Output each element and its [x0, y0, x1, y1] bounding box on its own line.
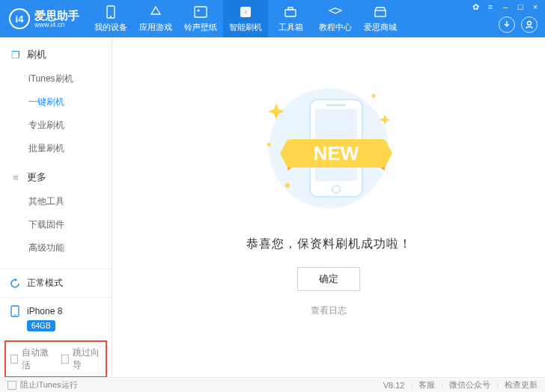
wechat-link[interactable]: 微信公众号 — [449, 379, 490, 391]
app-logo: i4 爱思助手 www.i4.cn — [0, 8, 88, 29]
group-title: 更多 — [27, 171, 46, 184]
svg-point-15 — [372, 94, 376, 98]
svg-point-8 — [528, 22, 532, 25]
store-icon — [374, 5, 387, 19]
checkbox-icon — [7, 381, 16, 390]
view-log-link[interactable]: 查看日志 — [311, 304, 347, 317]
maximize-icon[interactable]: □ — [515, 2, 526, 12]
tab-label: 工具箱 — [278, 22, 303, 33]
sidebar-item-itunes-flash[interactable]: iTunes刷机 — [0, 67, 112, 91]
version-label: V8.12 — [383, 381, 405, 390]
device-icon — [9, 305, 21, 317]
tab-label: 爱思商城 — [364, 22, 397, 33]
phone-icon — [104, 5, 118, 19]
svg-rect-6 — [288, 7, 293, 10]
app-header: i4 爱思助手 www.i4.cn 我的设备 应用游戏 铃声壁纸 智能刷机 工具… — [0, 0, 545, 37]
tab-label: 智能刷机 — [229, 22, 262, 33]
graduation-icon — [329, 5, 342, 19]
tab-toolbox[interactable]: 工具箱 — [268, 0, 313, 37]
activation-options: 自动激活 跳过向导 — [4, 340, 107, 378]
tab-label: 我的设备 — [94, 22, 127, 33]
svg-point-1 — [110, 16, 112, 17]
menu-icon[interactable]: ≡ — [485, 2, 496, 12]
sidebar-item-other-tools[interactable]: 其他工具 — [0, 190, 112, 213]
tab-store[interactable]: 爱思商城 — [358, 0, 403, 37]
device-name: iPhone 8 — [27, 306, 62, 316]
header-actions — [499, 16, 538, 33]
svg-rect-4 — [240, 7, 251, 17]
device-panel[interactable]: iPhone 8 64GB — [0, 297, 112, 339]
window-controls: ✿ ≡ – □ × — [470, 2, 541, 12]
mode-label: 正常模式 — [27, 277, 63, 290]
sidebar-item-advanced[interactable]: 高级功能 — [0, 236, 112, 260]
tab-label: 铃声壁纸 — [184, 22, 217, 33]
mode-panel[interactable]: 正常模式 — [0, 269, 112, 297]
skip-wizard-checkbox[interactable]: 跳过向导 — [61, 346, 102, 372]
svg-point-3 — [198, 9, 200, 11]
main-content: NEW 恭喜您，保资料刷机成功啦！ 确定 查看日志 — [112, 37, 545, 377]
app-url: www.i4.cn — [34, 21, 79, 28]
sidebar-item-pro-flash[interactable]: 专业刷机 — [0, 114, 112, 137]
check-update-link[interactable]: 检查更新 — [505, 379, 538, 391]
settings-icon[interactable]: ✿ — [470, 2, 481, 12]
success-message: 恭喜您，保资料刷机成功啦！ — [246, 236, 412, 252]
tab-my-device[interactable]: 我的设备 — [88, 0, 133, 37]
new-badge-text: NEW — [314, 142, 359, 165]
app-body: ❐ 刷机 iTunes刷机 一键刷机 专业刷机 批量刷机 ≡ 更多 其他工具 下… — [0, 37, 545, 377]
success-illustration: NEW — [246, 73, 411, 218]
tab-label: 教程中心 — [319, 22, 352, 33]
sidebar-group-flash[interactable]: ❐ 刷机 — [0, 43, 112, 66]
close-icon[interactable]: × — [530, 2, 541, 12]
svg-rect-2 — [195, 7, 207, 17]
svg-point-14 — [285, 183, 290, 188]
tab-label: 应用游戏 — [139, 22, 172, 33]
sidebar-item-batch-flash[interactable]: 批量刷机 — [0, 137, 112, 160]
svg-rect-5 — [285, 10, 296, 16]
group-title: 刷机 — [27, 48, 46, 61]
tab-ringtones-wallpapers[interactable]: 铃声壁纸 — [178, 0, 223, 37]
support-link[interactable]: 客服 — [418, 379, 435, 391]
tab-apps-games[interactable]: 应用游戏 — [133, 0, 178, 37]
checkbox-icon — [61, 355, 69, 364]
sidebar: ❐ 刷机 iTunes刷机 一键刷机 专业刷机 批量刷机 ≡ 更多 其他工具 下… — [0, 37, 112, 377]
tab-smart-flash[interactable]: 智能刷机 — [223, 0, 268, 37]
more-icon: ≡ — [10, 172, 21, 183]
apps-icon — [149, 5, 162, 19]
svg-rect-20 — [326, 104, 346, 106]
storage-badge: 64GB — [27, 320, 55, 331]
phone-small-icon: ❐ — [10, 49, 21, 61]
confirm-button[interactable]: 确定 — [297, 267, 360, 291]
refresh-icon — [9, 278, 21, 290]
sidebar-group-more[interactable]: ≡ 更多 — [0, 166, 112, 189]
image-icon — [194, 5, 207, 19]
download-button[interactable] — [499, 16, 515, 33]
svg-point-16 — [267, 143, 271, 147]
user-button[interactable] — [521, 16, 538, 33]
status-bar: 阻止iTunes运行 V8.12 | 客服 | 微信公众号 | 检查更新 — [0, 377, 545, 392]
block-itunes-checkbox[interactable]: 阻止iTunes运行 — [7, 379, 78, 391]
svg-rect-7 — [375, 10, 386, 16]
sidebar-item-download-firmware[interactable]: 下载固件 — [0, 213, 112, 236]
app-name: 爱思助手 — [34, 10, 79, 21]
minimize-icon[interactable]: – — [500, 2, 511, 12]
sidebar-item-oneclick-flash[interactable]: 一键刷机 — [0, 91, 112, 114]
svg-point-10 — [14, 314, 16, 316]
auto-activate-checkbox[interactable]: 自动激活 — [10, 346, 51, 372]
logo-badge: i4 — [9, 8, 30, 29]
toolbox-icon — [284, 5, 297, 19]
flash-icon — [239, 5, 252, 19]
tab-tutorial-center[interactable]: 教程中心 — [313, 0, 358, 37]
checkbox-icon — [10, 355, 18, 364]
